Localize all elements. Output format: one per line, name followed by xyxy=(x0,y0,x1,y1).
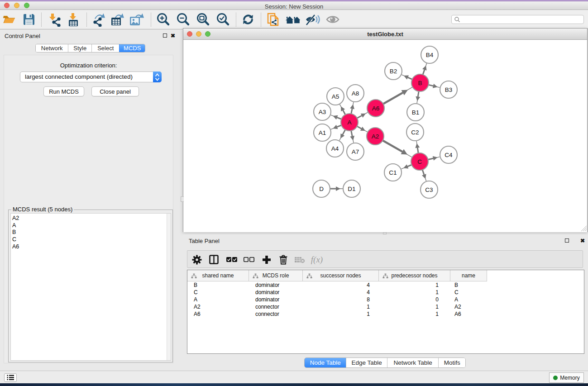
open-session-button[interactable] xyxy=(0,11,18,28)
show-panels-button[interactable] xyxy=(4,373,17,382)
graph-node-D[interactable]: D xyxy=(313,180,330,197)
float-panel-icon[interactable] xyxy=(163,33,167,38)
graph-node-A4[interactable]: A4 xyxy=(326,140,344,157)
first-neighbors-button[interactable] xyxy=(285,11,302,28)
graph-node-C[interactable]: C xyxy=(411,153,428,170)
table-cell[interactable]: B xyxy=(194,281,249,289)
column-header-name[interactable]: name xyxy=(450,270,487,281)
table-cell[interactable]: 1 xyxy=(379,310,439,318)
tab-select[interactable]: Select xyxy=(91,44,119,52)
network-window-titlebar[interactable]: testGlobe.txt xyxy=(183,29,587,40)
result-item[interactable]: C xyxy=(12,236,19,243)
show-column-panel-button[interactable] xyxy=(206,251,221,268)
table-cell[interactable]: 8 xyxy=(303,296,370,303)
tab-network-table[interactable]: Network Table xyxy=(387,358,438,367)
zoom-selected-button[interactable] xyxy=(214,11,231,28)
column-header-MCDS-role[interactable]: MCDS role xyxy=(249,270,303,281)
clone-network-button[interactable] xyxy=(265,11,282,28)
close-panel-button[interactable]: Close panel xyxy=(91,86,139,96)
table-cell[interactable]: A2 xyxy=(454,303,487,310)
export-table-button[interactable] xyxy=(109,11,126,28)
table-cell[interactable]: C xyxy=(194,289,249,296)
table-cell[interactable]: A6 xyxy=(454,310,487,318)
table-options-button[interactable] xyxy=(189,251,205,268)
graph-node-C2[interactable]: C2 xyxy=(406,124,424,141)
zoom-fit-button[interactable] xyxy=(194,11,211,28)
result-item[interactable]: A2 xyxy=(12,215,19,222)
create-column-button[interactable] xyxy=(259,251,274,268)
table-cell[interactable]: dominator xyxy=(255,281,303,289)
node-table[interactable]: shared nameMCDS rolesuccessor nodesprede… xyxy=(187,270,584,354)
network-canvas[interactable]: B4B2BB3A8A5A6B1A3AA1C2A2A4A7C4CC1C3DD1 xyxy=(183,40,587,232)
table-cell[interactable]: 1 xyxy=(303,310,370,318)
graph-node-A5[interactable]: A5 xyxy=(327,88,344,105)
column-header-predecessor-nodes[interactable]: predecessor nodes xyxy=(379,270,450,281)
graph-node-B[interactable]: B xyxy=(411,74,429,91)
memory-button[interactable]: Memory xyxy=(549,372,584,383)
close-panel-icon[interactable]: ✖ xyxy=(171,33,175,38)
tab-mcds[interactable]: MCDS xyxy=(119,44,145,52)
tab-network[interactable]: Network xyxy=(36,44,68,52)
close-panel-icon[interactable]: ✖ xyxy=(580,238,585,243)
zoom-in-button[interactable] xyxy=(154,11,172,28)
table-cell[interactable]: connector xyxy=(255,303,303,310)
graph-node-B2[interactable]: B2 xyxy=(385,62,402,80)
apply-layout-button[interactable] xyxy=(239,11,257,28)
function-builder-button[interactable]: f(x) xyxy=(309,251,325,268)
graph-node-A7[interactable]: A7 xyxy=(347,143,364,160)
graph-node-A1[interactable]: A1 xyxy=(314,124,331,141)
table-cell[interactable]: 1 xyxy=(379,303,439,310)
graph-node-A3[interactable]: A3 xyxy=(314,103,331,120)
graph-node-A[interactable]: A xyxy=(341,114,358,131)
table-cell[interactable]: connector xyxy=(255,310,303,318)
graph-node-D1[interactable]: D1 xyxy=(343,180,360,197)
export-network-button[interactable] xyxy=(91,11,108,28)
show-details-button[interactable] xyxy=(324,11,341,28)
table-cell[interactable]: A xyxy=(194,296,249,303)
graph-node-C3[interactable]: C3 xyxy=(421,181,438,198)
table-cell[interactable]: A2 xyxy=(194,303,249,310)
search-field[interactable] xyxy=(451,15,584,24)
table-cell[interactable]: 4 xyxy=(303,281,370,289)
west-panel-handle[interactable] xyxy=(181,196,184,202)
window-resize-grip[interactable] xyxy=(581,225,587,231)
result-item[interactable]: B xyxy=(12,229,19,236)
import-network-button[interactable] xyxy=(46,11,63,28)
graph-node-B4[interactable]: B4 xyxy=(421,46,438,63)
graph-node-A8[interactable]: A8 xyxy=(347,85,364,102)
export-image-button[interactable] xyxy=(128,11,145,28)
table-cell[interactable]: C xyxy=(454,289,487,296)
table-cell[interactable]: 1 xyxy=(303,303,370,310)
delete-table-button[interactable] xyxy=(292,251,307,268)
table-cell[interactable]: 1 xyxy=(379,289,439,296)
zoom-out-button[interactable] xyxy=(174,11,191,28)
table-cell[interactable]: B xyxy=(454,281,487,289)
graph-node-B3[interactable]: B3 xyxy=(440,81,457,98)
unselect-all-columns-button[interactable] xyxy=(241,251,257,268)
graph-node-A6[interactable]: A6 xyxy=(367,100,384,117)
mcds-result-list[interactable]: A2ABCA6 xyxy=(10,213,171,361)
graph-node-C1[interactable]: C1 xyxy=(384,164,402,181)
tab-style[interactable]: Style xyxy=(68,44,91,52)
select-all-columns-button[interactable] xyxy=(224,251,239,268)
table-cell[interactable]: dominator xyxy=(255,289,303,296)
graph-node-A2[interactable]: A2 xyxy=(367,128,384,145)
criterion-dropdown[interactable]: largest connected component (directed) xyxy=(20,71,162,82)
column-header-successor-nodes[interactable]: successor nodes xyxy=(303,270,379,281)
table-cell[interactable]: 4 xyxy=(303,289,370,296)
table-cell[interactable]: 1 xyxy=(379,281,439,289)
result-item[interactable]: A xyxy=(12,222,19,229)
result-item[interactable]: A6 xyxy=(12,243,19,251)
result-list-scrollbar[interactable] xyxy=(167,214,171,360)
tab-node-table[interactable]: Node Table xyxy=(305,358,346,367)
table-cell[interactable]: A xyxy=(454,296,487,303)
tab-edge-table[interactable]: Edge Table xyxy=(346,358,387,367)
tab-motifs[interactable]: Motifs xyxy=(438,358,465,367)
run-mcds-button[interactable]: Run MCDS xyxy=(43,86,84,96)
table-cell[interactable]: 0 xyxy=(379,296,439,303)
search-input[interactable] xyxy=(460,16,583,23)
delete-columns-button[interactable] xyxy=(276,251,291,268)
graph-node-C4[interactable]: C4 xyxy=(440,146,457,163)
import-table-button[interactable] xyxy=(64,11,81,28)
column-header-shared-name[interactable]: shared name xyxy=(187,270,249,281)
